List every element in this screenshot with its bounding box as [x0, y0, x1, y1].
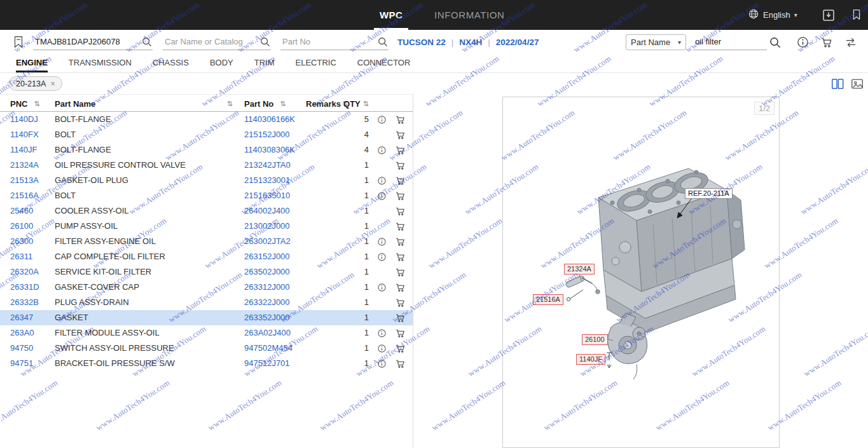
keyword-input[interactable] [693, 37, 767, 46]
close-icon[interactable]: × [50, 79, 55, 88]
info-icon[interactable] [375, 341, 389, 356]
info-icon[interactable] [375, 112, 389, 127]
table-row[interactable]: 26100PUMP ASSY-OIL213002J0001 [0, 219, 413, 234]
diagram-part-label[interactable]: 21324A [564, 264, 595, 275]
table-row[interactable]: 25460COOLER ASSY-OIL264002J4001 [0, 203, 413, 219]
pnc-link[interactable]: 94750 [10, 341, 52, 356]
add-to-cart-icon[interactable] [392, 219, 408, 234]
table-row[interactable]: 21513AGASKET-OIL PLUG21513230011 [0, 173, 413, 188]
table-row[interactable]: 94751BRACKET-OIL PRESSURE S/W947512J7011 [0, 356, 413, 371]
info-icon[interactable] [375, 234, 389, 249]
diagram-ref-label[interactable]: REF.20-211A [685, 188, 733, 199]
tab-chassis[interactable]: CHASSIS [153, 54, 189, 72]
part-no-link[interactable]: 213242JTA0 [244, 158, 305, 173]
part-no-link[interactable]: 947502M454 [244, 341, 305, 356]
search-icon[interactable] [259, 36, 271, 48]
add-to-cart-icon[interactable] [392, 173, 408, 188]
part-no-link[interactable]: 263A02J400 [244, 325, 305, 341]
diagram-part-label[interactable]: 1140JF [576, 354, 605, 365]
sort-icon[interactable]: ⇅ [363, 100, 369, 108]
car-name-input[interactable] [163, 37, 259, 46]
tab-trim[interactable]: TRIM [254, 54, 275, 72]
table-row[interactable]: 26332BPLUG ASSY-DRAIN263322J0001 [0, 295, 413, 310]
pnc-link[interactable]: 26331D [10, 280, 52, 295]
table-row[interactable]: 1140JFBOLT-FLANGE1140308306K4 [0, 142, 413, 158]
table-row[interactable]: 263A0FILTER MODULE ASSY-OIL263A02J4001 [0, 325, 413, 341]
info-icon[interactable] [375, 356, 389, 371]
info-icon[interactable] [375, 325, 389, 341]
add-to-cart-icon[interactable] [392, 234, 408, 249]
pnc-link[interactable]: 1140FX [10, 127, 52, 142]
part-no-link[interactable]: 215152J000 [244, 127, 305, 142]
pnc-link[interactable]: 1140JF [10, 142, 52, 158]
pnc-link[interactable]: 26300 [10, 234, 52, 249]
part-no-link[interactable]: 263002JTA2 [244, 234, 305, 249]
table-row[interactable]: 26300FILTER ASSY-ENGINE OIL263002JTA21 [0, 234, 413, 249]
bookmark-manager-icon[interactable] [11, 35, 25, 49]
part-no-link[interactable]: 263502J000 [244, 264, 305, 280]
table-row[interactable]: 26347GASKET263352J0001 [0, 310, 413, 325]
part-no-link[interactable]: 263322J000 [244, 295, 305, 310]
table-row[interactable]: 94750SWITCH ASSY-OIL PRESSURE947502M4541 [0, 341, 413, 356]
pnc-link[interactable]: 1140DJ [10, 112, 52, 127]
part-no-link[interactable]: 263312J000 [244, 280, 305, 295]
tab-body[interactable]: BODY [210, 54, 233, 72]
bookmark-icon[interactable] [850, 8, 865, 23]
info-icon[interactable] [375, 173, 389, 188]
add-to-cart-icon[interactable] [392, 310, 408, 325]
split-view-icon[interactable] [830, 77, 844, 91]
pnc-link[interactable]: 26100 [10, 219, 52, 234]
tab-transmission[interactable]: TRANSMISSION [69, 54, 132, 72]
tab-electric[interactable]: ELECTRIC [296, 54, 336, 72]
tab-connector[interactable]: CONNECTOR [357, 54, 411, 72]
info-icon[interactable] [375, 280, 389, 295]
part-no-link[interactable]: 2151323001 [244, 173, 305, 188]
tab-wpc[interactable]: WPC [380, 0, 403, 30]
table-row[interactable]: 1140DJBOLT-FLANGE1140306166K5 [0, 112, 413, 127]
search-icon[interactable] [141, 36, 153, 48]
info-icon[interactable] [797, 36, 809, 49]
image-view-icon[interactable] [850, 77, 864, 91]
add-to-cart-icon[interactable] [392, 356, 408, 371]
pnc-link[interactable]: 26320A [10, 264, 52, 280]
language-selector[interactable]: English ▾ [748, 0, 797, 30]
part-name-select[interactable]: Part Name ▾ [626, 34, 686, 50]
add-to-cart-icon[interactable] [392, 142, 408, 158]
add-to-cart-icon[interactable] [392, 264, 408, 280]
add-to-cart-icon[interactable] [392, 280, 408, 295]
add-to-cart-icon[interactable] [392, 295, 408, 310]
info-icon[interactable] [375, 249, 389, 264]
part-no-link[interactable]: 1140308306K [244, 142, 305, 158]
tab-information[interactable]: INFORMATION [434, 0, 504, 30]
part-no-link[interactable]: 264002J400 [244, 203, 305, 219]
table-row[interactable]: 26311CAP COMPLETE-OIL FILTER263152J0001 [0, 249, 413, 264]
part-no-link[interactable]: 1140306166K [244, 112, 305, 127]
add-to-cart-icon[interactable] [392, 203, 408, 219]
table-row[interactable]: 26320ASERVICE KIT-OIL FILTER263502J0001 [0, 264, 413, 280]
part-no-link[interactable]: 213002J000 [244, 219, 305, 234]
cart-icon[interactable] [820, 36, 833, 49]
pnc-link[interactable]: 26311 [10, 249, 52, 264]
pnc-link[interactable]: 94751 [10, 356, 52, 371]
table-row[interactable]: 21516ABOLT21516350101 [0, 188, 413, 203]
table-row[interactable]: 26331DGASKET-COVER CAP263312J0001 [0, 280, 413, 295]
table-row[interactable]: 1140FXBOLT215152J0004 [0, 127, 413, 142]
add-to-cart-icon[interactable] [392, 188, 408, 203]
add-to-cart-icon[interactable] [392, 341, 408, 356]
part-no-link[interactable]: 263352J000 [244, 310, 305, 325]
tab-engine[interactable]: ENGINE [16, 54, 48, 72]
filter-chip[interactable]: 20-213A × [9, 76, 62, 91]
part-no-link[interactable]: 2151635010 [244, 188, 305, 203]
vin-input[interactable] [33, 37, 141, 46]
transfer-arrows-icon[interactable] [844, 36, 857, 49]
pnc-link[interactable]: 21324A [10, 158, 52, 173]
add-to-cart-icon[interactable] [392, 325, 408, 341]
add-to-cart-icon[interactable] [392, 249, 408, 264]
sort-icon[interactable]: ⇅ [34, 100, 39, 108]
add-to-cart-icon[interactable] [392, 112, 408, 127]
sort-icon[interactable]: ⇅ [227, 100, 233, 108]
diagram-part-label[interactable]: 26100 [582, 334, 608, 345]
pnc-link[interactable]: 25460 [10, 203, 52, 219]
pnc-link[interactable]: 26332B [10, 295, 52, 310]
import-icon[interactable] [821, 8, 836, 23]
